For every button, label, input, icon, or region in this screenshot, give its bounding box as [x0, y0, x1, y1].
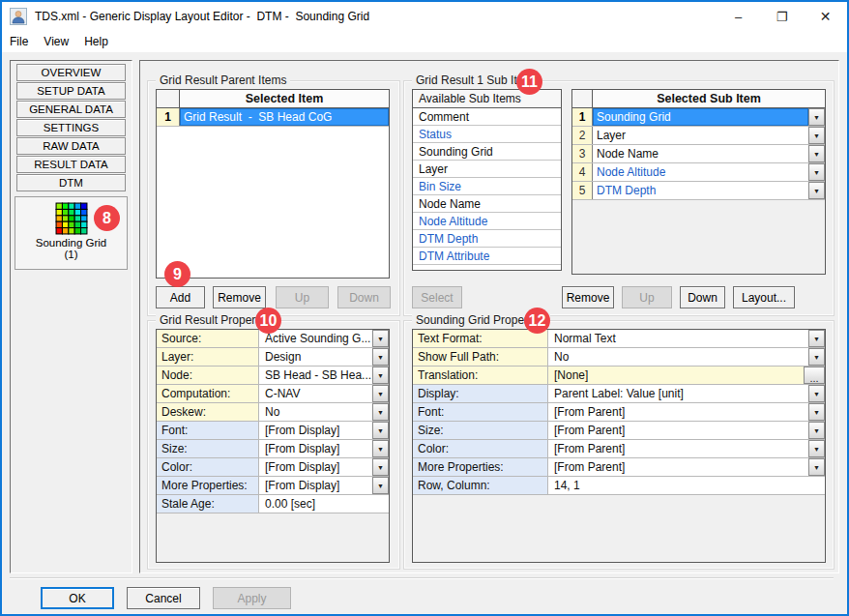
- deskew-dropdown[interactable]: No: [259, 403, 372, 421]
- sidebar-tab-overview[interactable]: OVERVIEW: [16, 64, 126, 81]
- property-label: Deskew:: [157, 403, 259, 421]
- dropdown-arrow-icon[interactable]: ▼: [808, 108, 825, 126]
- sidebar-item-count: (1): [15, 249, 127, 260]
- row-column-field[interactable]: 14, 1: [548, 477, 825, 494]
- sidebar-tab-dtm[interactable]: DTM: [16, 174, 126, 191]
- remove-sub-button[interactable]: Remove: [562, 286, 614, 308]
- dropdown-arrow-icon[interactable]: ▼: [372, 422, 389, 439]
- list-item[interactable]: Node Altitude: [413, 213, 561, 230]
- remove-button[interactable]: Remove: [213, 286, 266, 308]
- color-dropdown[interactable]: [From Display]: [259, 458, 372, 476]
- property-label: Computation:: [157, 385, 259, 402]
- display-dropdown[interactable]: Parent Label: Value [unit]: [548, 385, 808, 402]
- color-dropdown[interactable]: [From Parent]: [548, 440, 808, 457]
- table-row[interactable]: 4 Node Altitude ▼: [572, 163, 825, 182]
- property-label: More Properties:: [157, 477, 259, 494]
- property-row: Font: [From Parent] ▼: [413, 403, 825, 422]
- dropdown-arrow-icon[interactable]: ▼: [808, 348, 825, 366]
- footer-divider: [10, 577, 834, 579]
- select-button[interactable]: Select: [412, 286, 462, 308]
- dropdown-arrow-icon[interactable]: ▼: [808, 127, 825, 144]
- layout-button[interactable]: Layout...: [733, 286, 795, 308]
- list-item[interactable]: DTM Depth: [413, 230, 561, 248]
- down-sub-button[interactable]: Down: [680, 286, 725, 308]
- sub-item-cell[interactable]: Layer: [593, 127, 808, 144]
- sidebar-tab-raw-data[interactable]: RAW DATA: [16, 137, 126, 155]
- property-label: Color:: [157, 458, 259, 476]
- add-button[interactable]: Add: [156, 286, 205, 308]
- parent-item-cell[interactable]: Grid Result - SB Head CoG: [180, 108, 389, 126]
- table-row[interactable]: 2 Layer ▼: [572, 127, 825, 145]
- dropdown-arrow-icon[interactable]: ▼: [372, 440, 389, 457]
- menu-view[interactable]: View: [36, 33, 76, 50]
- maximize-button[interactable]: ❐: [760, 2, 804, 31]
- computation-dropdown[interactable]: C-NAV: [259, 385, 372, 402]
- translation-field[interactable]: [None]: [548, 367, 804, 384]
- dropdown-arrow-icon[interactable]: ▼: [808, 422, 825, 439]
- sidebar-tab-settings[interactable]: SETTINGS: [16, 119, 126, 136]
- dropdown-arrow-icon[interactable]: ▼: [808, 403, 825, 421]
- node-dropdown[interactable]: SB Head - SB Hea...: [259, 367, 372, 384]
- up-sub-button[interactable]: Up: [622, 286, 672, 308]
- layer-dropdown[interactable]: Design: [259, 348, 372, 366]
- table-row[interactable]: 1 Sounding Grid ▼: [572, 108, 825, 127]
- ok-button[interactable]: OK: [41, 587, 114, 609]
- show-full-path-dropdown[interactable]: No: [548, 348, 808, 366]
- dropdown-arrow-icon[interactable]: ▼: [808, 458, 825, 476]
- dropdown-arrow-icon[interactable]: ▼: [808, 163, 825, 181]
- down-button[interactable]: Down: [337, 286, 391, 308]
- dropdown-arrow-icon[interactable]: ▼: [372, 367, 389, 384]
- text-format-dropdown[interactable]: Normal Text: [548, 330, 808, 347]
- property-label: Translation:: [413, 367, 548, 384]
- menu-file[interactable]: File: [2, 33, 36, 50]
- dropdown-arrow-icon[interactable]: ▼: [808, 182, 825, 199]
- up-button[interactable]: Up: [276, 286, 329, 308]
- dropdown-arrow-icon[interactable]: ▼: [808, 385, 825, 402]
- dropdown-arrow-icon[interactable]: ▼: [808, 440, 825, 457]
- close-button[interactable]: ✕: [804, 2, 847, 31]
- dropdown-arrow-icon[interactable]: ▼: [372, 330, 389, 347]
- list-item[interactable]: Layer: [413, 161, 561, 178]
- size-dropdown[interactable]: [From Display]: [259, 440, 372, 457]
- dropdown-arrow-icon[interactable]: ▼: [372, 348, 389, 366]
- dropdown-arrow-icon[interactable]: ▼: [372, 385, 389, 402]
- apply-button[interactable]: Apply: [213, 587, 291, 609]
- menu-help[interactable]: Help: [76, 33, 116, 50]
- dropdown-arrow-icon[interactable]: ▼: [372, 403, 389, 421]
- dropdown-arrow-icon[interactable]: ▼: [808, 145, 825, 162]
- list-item[interactable]: Node Name: [413, 195, 561, 213]
- list-item[interactable]: Comment: [413, 108, 561, 126]
- window-title: TDS.xml - Generic Display Layout Editor …: [35, 10, 369, 23]
- table-row[interactable]: 5 DTM Depth ▼: [572, 182, 825, 200]
- sidebar-tab-result-data[interactable]: RESULT DATA: [16, 156, 126, 173]
- size-dropdown[interactable]: [From Parent]: [548, 422, 808, 439]
- sub-item-cell[interactable]: Sounding Grid: [593, 108, 808, 126]
- font-dropdown[interactable]: [From Display]: [259, 422, 372, 439]
- source-dropdown[interactable]: Active Sounding G...: [259, 330, 372, 347]
- list-item[interactable]: DTM Attribute: [413, 248, 561, 265]
- stale-age-field[interactable]: 0.00 [sec]: [259, 495, 389, 513]
- sub-item-cell[interactable]: Node Name: [593, 145, 808, 162]
- sub-item-cell[interactable]: Node Altitude: [593, 163, 808, 181]
- minimize-button[interactable]: –: [717, 2, 760, 31]
- font-dropdown[interactable]: [From Parent]: [548, 403, 808, 421]
- list-item[interactable]: Sounding Grid: [413, 143, 561, 161]
- list-item[interactable]: Bin Size: [413, 178, 561, 195]
- sub-item-cell[interactable]: DTM Depth: [593, 182, 808, 199]
- sidebar-tab-setup-data[interactable]: SETUP DATA: [16, 82, 126, 100]
- list-item[interactable]: Status: [413, 126, 561, 143]
- property-row: Computation: C-NAV ▼: [157, 385, 389, 403]
- sidebar-tab-general-data[interactable]: GENERAL DATA: [16, 101, 126, 118]
- dropdown-arrow-icon[interactable]: ▼: [808, 330, 825, 347]
- table-row[interactable]: 3 Node Name ▼: [572, 145, 825, 163]
- cancel-button[interactable]: Cancel: [127, 587, 200, 609]
- more-properties-dropdown[interactable]: [From Display]: [259, 477, 372, 494]
- row-number: 1: [157, 108, 180, 126]
- property-row: Font: [From Display] ▼: [157, 422, 389, 440]
- ellipsis-button[interactable]: ...: [804, 367, 825, 384]
- more-properties-dropdown[interactable]: [From Parent]: [548, 458, 808, 476]
- dropdown-arrow-icon[interactable]: ▼: [372, 458, 389, 476]
- property-row: Deskew: No ▼: [157, 403, 389, 422]
- table-row[interactable]: 1 Grid Result - SB Head CoG: [157, 108, 389, 127]
- dropdown-arrow-icon[interactable]: ▼: [372, 477, 389, 494]
